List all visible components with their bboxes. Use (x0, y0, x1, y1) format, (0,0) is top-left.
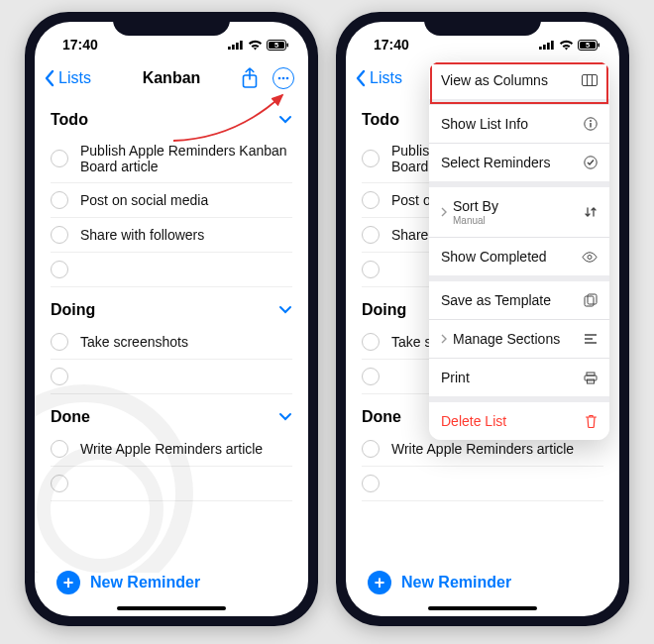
plus-icon: + (56, 571, 80, 594)
menu-show-completed[interactable]: Show Completed (429, 238, 609, 281)
battery-icon: 5 (267, 40, 288, 51)
svg-rect-2 (236, 43, 239, 50)
list-content[interactable]: Todo Publish Apple Reminders Kanban Boar… (35, 97, 308, 573)
share-icon[interactable] (241, 67, 259, 89)
menu-delete-list[interactable]: Delete List (429, 402, 609, 440)
section-header-todo[interactable]: Todo (51, 97, 292, 135)
completion-circle[interactable] (362, 475, 380, 492)
wifi-icon (559, 40, 574, 51)
section-title: Done (362, 408, 401, 426)
completion-circle[interactable] (51, 261, 68, 278)
chevron-right-icon (441, 207, 447, 217)
completion-circle[interactable] (362, 191, 380, 209)
reminder-row-empty[interactable] (51, 253, 292, 287)
reminder-row[interactable]: Post on social media (51, 183, 292, 218)
completion-circle[interactable] (362, 261, 380, 278)
completion-circle[interactable] (362, 226, 380, 244)
svg-rect-18 (599, 43, 600, 47)
completion-circle[interactable] (51, 150, 68, 167)
template-icon (584, 293, 598, 307)
reminder-text: Write Apple Reminders article (80, 441, 263, 457)
menu-view-as-columns[interactable]: View as Columns (429, 61, 609, 105)
completion-circle[interactable] (51, 333, 68, 351)
reminder-row[interactable]: Take screenshots (51, 325, 292, 360)
svg-rect-0 (228, 47, 231, 50)
menu-sort-by[interactable]: Sort By Manual (429, 187, 609, 238)
completion-circle[interactable] (51, 440, 68, 458)
sort-icon (584, 205, 598, 219)
completion-circle[interactable] (51, 475, 68, 492)
svg-point-28 (590, 120, 592, 122)
menu-label: Print (441, 370, 470, 385)
status-time: 17:40 (62, 37, 98, 53)
menu-select-reminders[interactable]: Select Reminders (429, 144, 609, 187)
reminder-text: Share with followers (80, 227, 204, 243)
chevron-left-icon (43, 69, 56, 87)
completion-circle[interactable] (362, 333, 380, 351)
svg-rect-12 (539, 47, 542, 50)
more-menu-popup: View as Columns Show List Info Select Re… (429, 61, 609, 440)
cellular-icon (228, 40, 244, 50)
reminder-text: Post on social media (80, 192, 208, 208)
new-reminder-button[interactable]: + New Reminder (56, 571, 200, 594)
menu-label: Sort By (453, 198, 498, 214)
menu-manage-sections[interactable]: Manage Sections (429, 320, 609, 359)
completion-circle[interactable] (362, 150, 380, 167)
info-icon (584, 117, 598, 131)
svg-point-11 (286, 77, 289, 80)
phone-left: 17:40 5 Lists Kanban (25, 12, 318, 626)
reminder-row[interactable]: Write Apple Reminders article (51, 432, 292, 467)
completion-circle[interactable] (51, 226, 68, 244)
printer-icon (584, 372, 598, 384)
eye-icon (582, 252, 598, 263)
svg-rect-3 (240, 41, 243, 50)
completion-circle[interactable] (51, 191, 68, 209)
reminder-row[interactable]: Publish Apple Reminders Kanban Board art… (51, 135, 292, 183)
svg-text:5: 5 (586, 41, 590, 50)
back-button[interactable]: Lists (354, 69, 402, 87)
chevron-right-icon (441, 334, 447, 344)
home-indicator[interactable] (117, 606, 226, 610)
back-button[interactable]: Lists (43, 69, 91, 87)
menu-show-list-info[interactable]: Show List Info (429, 105, 609, 144)
svg-rect-6 (287, 43, 289, 47)
completion-circle[interactable] (362, 440, 380, 458)
completion-circle[interactable] (51, 368, 68, 385)
svg-rect-14 (547, 43, 550, 50)
status-right: 5 (228, 40, 288, 51)
screen-right: 17:40 5 Lists Kanban Todo Publish Apple … (346, 22, 619, 616)
status-right: 5 (539, 40, 600, 51)
home-indicator[interactable] (428, 606, 537, 610)
menu-label: Show Completed (441, 249, 547, 265)
checkmark-circle-icon (584, 156, 598, 169)
svg-point-31 (588, 255, 592, 259)
svg-point-10 (282, 77, 285, 80)
menu-save-as-template[interactable]: Save as Template (429, 281, 609, 320)
chevron-down-icon[interactable] (278, 115, 292, 125)
cellular-icon (539, 40, 555, 50)
new-reminder-button[interactable]: + New Reminder (368, 571, 511, 594)
new-reminder-label: New Reminder (90, 574, 200, 591)
section-title: Todo (51, 111, 88, 129)
chevron-down-icon[interactable] (278, 412, 292, 422)
trash-icon (585, 414, 598, 428)
completion-circle[interactable] (362, 368, 380, 385)
section-title: Doing (362, 301, 406, 319)
back-label: Lists (370, 69, 402, 87)
section-header-doing[interactable]: Doing (51, 287, 292, 325)
reminder-row-empty[interactable] (362, 467, 603, 501)
plus-icon: + (368, 571, 391, 594)
menu-print[interactable]: Print (429, 359, 609, 402)
reminder-row-empty[interactable] (51, 360, 292, 394)
chevron-down-icon[interactable] (278, 305, 292, 315)
columns-icon (582, 74, 598, 86)
notch (424, 12, 541, 36)
reminder-text: Publish Apple Reminders Kanban Board art… (80, 143, 292, 174)
section-title: Done (51, 408, 90, 426)
reminder-text: Take screenshots (80, 334, 188, 350)
reminder-row[interactable]: Share with followers (51, 218, 292, 253)
section-header-done[interactable]: Done (51, 394, 292, 432)
menu-label: Show List Info (441, 116, 528, 132)
more-button[interactable] (272, 67, 294, 89)
reminder-row-empty[interactable] (51, 467, 292, 501)
